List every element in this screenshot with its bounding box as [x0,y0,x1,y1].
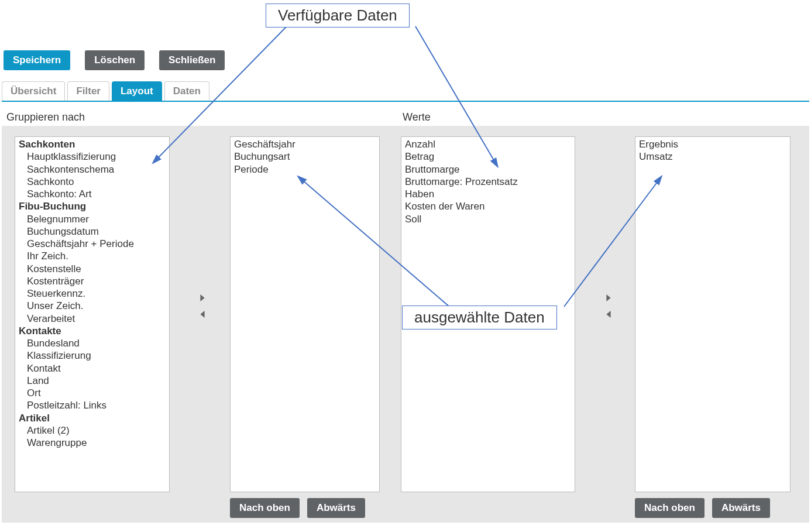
list-item[interactable]: Geschäftsjahr + Periode [19,238,167,250]
list-item[interactable]: Kostenträger [19,275,167,287]
close-button[interactable]: Schließen [159,50,225,70]
tab-layout[interactable]: Layout [112,81,162,101]
listbox-groupby-selected[interactable]: GeschäftsjahrBuchungsartPeriode [230,136,380,492]
list-item[interactable]: Buchungsart [234,150,377,163]
triangle-left-icon [199,311,206,318]
tab-overview[interactable]: Übersicht [2,81,65,101]
list-item[interactable]: Soll [405,213,572,225]
triangle-right-icon [199,294,206,301]
list-group-header: Sachkonten [19,138,167,150]
tab-filter[interactable]: Filter [67,81,109,101]
move-up-button[interactable]: Nach oben [635,498,705,518]
list-group-header: Kontakte [19,325,167,337]
list-item[interactable]: Anzahl [405,138,572,150]
list-item[interactable]: Land [19,375,167,387]
list-item[interactable]: Hauptklassifizierung [19,150,167,163]
annotation-available-data: Verfügbare Daten [266,4,410,28]
move-left-button[interactable] [197,309,208,320]
delete-button[interactable]: Löschen [85,50,145,70]
annotation-selected-data: ausgewählte Daten [402,306,557,330]
list-item[interactable]: Geschäftsjahr [234,138,377,150]
list-item[interactable]: Postleitzahl: Links [19,399,167,411]
list-item[interactable]: Sachkonto [19,176,167,188]
list-item[interactable]: Unser Zeich. [19,300,167,312]
list-item[interactable]: Buchungsdatum [19,225,167,238]
move-right-button[interactable] [197,293,208,303]
list-item[interactable]: Bundesland [19,337,167,349]
save-button[interactable]: Speichern [4,50,70,70]
list-item[interactable]: Ihr Zeich. [19,250,167,262]
listbox-groupby-available[interactable]: SachkontenHauptklassifizierungSachkonten… [15,136,170,492]
list-group-header: Fibu-Buchung [19,200,167,212]
move-down-button[interactable]: Abwärts [712,498,770,518]
label-group-by: Gruppieren nach [6,111,85,123]
triangle-left-icon [605,311,612,318]
list-item[interactable]: Kostenstelle [19,263,167,275]
list-item[interactable]: Steuerkennz. [19,287,167,300]
list-item[interactable]: Belegnummer [19,213,167,225]
main-toolbar: Speichern Löschen Schließen [4,50,225,70]
listbox-values-selected[interactable]: ErgebnisUmsatz [635,136,791,492]
move-left-button[interactable] [603,309,614,320]
list-item[interactable]: Betrag [405,150,572,163]
list-item[interactable]: Bruttomarge [405,163,572,176]
list-item[interactable]: Warengruppe [19,437,167,449]
list-item[interactable]: Haben [405,188,572,200]
list-item[interactable]: Sachkontenschema [19,163,167,176]
move-up-button[interactable]: Nach oben [230,498,300,518]
move-right-button[interactable] [603,293,614,303]
list-item[interactable]: Sachkonto: Art [19,188,167,200]
list-item[interactable]: Kontakt [19,362,167,375]
reorder-buttons-values: Nach oben Abwärts [635,498,770,518]
label-values: Werte [403,111,431,123]
move-arrows-groupby [197,293,208,320]
list-item[interactable]: Ergebnis [639,138,788,150]
list-item[interactable]: Artikel (2) [19,424,167,437]
triangle-right-icon [605,294,612,301]
tab-data[interactable]: Daten [164,81,209,101]
list-item[interactable]: Periode [234,163,377,176]
tab-bar: Übersicht Filter Layout Daten [2,81,809,102]
list-item[interactable]: Verarbeitet [19,313,167,325]
move-arrows-values [603,293,614,320]
move-down-button[interactable]: Abwärts [307,498,365,518]
list-item[interactable]: Umsatz [639,150,788,163]
reorder-buttons-groupby: Nach oben Abwärts [230,498,365,518]
list-item[interactable]: Kosten der Waren [405,200,572,212]
list-item[interactable]: Klassifizierung [19,349,167,362]
list-item[interactable]: Bruttomarge: Prozentsatz [405,176,572,188]
list-group-header: Artikel [19,412,167,424]
list-item[interactable]: Ort [19,387,167,399]
